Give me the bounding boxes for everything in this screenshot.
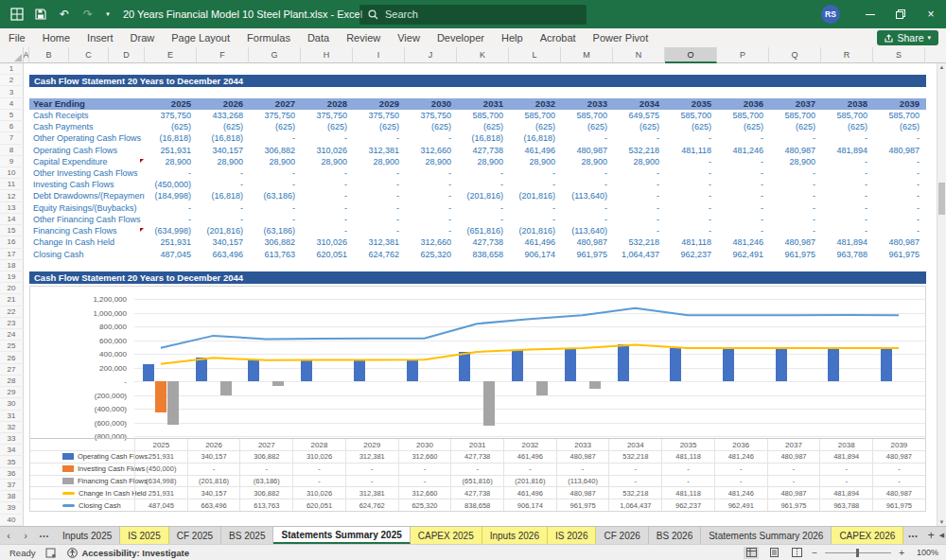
sheet-cell[interactable]: - — [769, 202, 821, 214]
row-header-40[interactable]: 40 — [0, 515, 24, 526]
sheet-cell[interactable]: 532,218 — [613, 236, 665, 248]
sheet-cell[interactable]: - — [405, 167, 457, 179]
sheet-cell[interactable]: (625) — [821, 121, 873, 132]
sheet-cell[interactable]: - — [665, 132, 717, 144]
column-header-M[interactable]: M — [561, 47, 613, 63]
sheet-cell[interactable]: (63,186) — [249, 225, 301, 236]
sheet-cell[interactable]: (625) — [665, 121, 717, 132]
sheet-cell[interactable]: - — [821, 190, 873, 201]
menu-item-data[interactable]: Data — [299, 28, 338, 47]
sheet-cell[interactable]: - — [301, 202, 353, 214]
sheet-cell[interactable]: (113,640) — [561, 190, 613, 201]
row-label[interactable]: Cash Payments — [29, 121, 145, 132]
sheet-cell[interactable]: 310,026 — [301, 145, 353, 156]
row-header-24[interactable]: 24 — [0, 329, 24, 341]
sheet-cell[interactable]: 663,496 — [197, 249, 249, 260]
sheet-cell[interactable]: - — [353, 202, 405, 214]
year-header-cell[interactable]: 2027 — [249, 98, 301, 111]
row-header-7[interactable]: 7 — [0, 132, 24, 144]
share-button[interactable]: Share ▾ — [877, 30, 938, 45]
sheet-cell[interactable]: 585,700 — [509, 110, 561, 121]
sheet-cell[interactable]: 375,750 — [145, 110, 197, 121]
sheet-cell[interactable]: - — [457, 167, 509, 179]
sheet-cell[interactable]: 28,900 — [457, 156, 509, 167]
row-label[interactable]: Other Investing Cash Flows — [29, 167, 145, 179]
sheet-cell[interactable]: - — [821, 214, 873, 225]
sheet-cell[interactable]: - — [665, 214, 717, 225]
sheet-cell[interactable]: - — [405, 214, 457, 225]
year-header-cell[interactable]: 2030 — [405, 98, 457, 111]
sheet-cell[interactable]: - — [821, 179, 873, 190]
sheet-cell[interactable]: - — [301, 167, 353, 179]
sheet-cell[interactable]: - — [873, 132, 925, 144]
sheet-cell[interactable]: 961,975 — [873, 249, 925, 260]
minimize-button[interactable] — [855, 0, 885, 28]
sheet-tab-cf-2026[interactable]: CF 2026 — [596, 527, 648, 544]
sheet-cell[interactable]: (625) — [353, 121, 405, 132]
sheet-cell[interactable]: 625,320 — [405, 249, 457, 260]
horizontal-scrollbar[interactable]: ◀ ▶ — [939, 527, 946, 544]
sheet-cell[interactable]: 906,174 — [509, 249, 561, 260]
sheet-canvas[interactable]: Cash Flow Statement 20 Years to December… — [24, 63, 937, 526]
sheet-cell[interactable]: 481,894 — [821, 145, 873, 156]
sheet-cell[interactable]: - — [301, 225, 353, 236]
column-header-S[interactable]: S — [873, 47, 925, 63]
row-header-34[interactable]: 34 — [0, 445, 24, 456]
column-header-B[interactable]: B — [29, 47, 69, 63]
hscroll-left-icon[interactable]: ◀ — [939, 532, 944, 539]
sheet-cell[interactable]: - — [561, 179, 613, 190]
sheet-cell[interactable]: - — [249, 132, 301, 144]
row-header-35[interactable]: 35 — [0, 456, 24, 467]
sheet-cell[interactable]: - — [717, 167, 769, 179]
row-label[interactable]: Other Operating Cash Flows — [29, 132, 145, 144]
add-sheet-button[interactable]: + — [923, 527, 939, 544]
row-header-38[interactable]: 38 — [0, 491, 24, 502]
sheet-cell[interactable]: - — [873, 167, 925, 179]
year-header-cell[interactable]: 2031 — [457, 98, 509, 111]
sheet-cell[interactable]: 480,987 — [769, 236, 821, 248]
sheet-cell[interactable]: 481,894 — [821, 236, 873, 248]
row-header-18[interactable]: 18 — [0, 260, 24, 271]
sheet-cell[interactable]: - — [353, 225, 405, 236]
sheet-nav-more-button[interactable]: ••• — [34, 527, 55, 544]
sheet-cell[interactable]: - — [197, 167, 249, 179]
year-header-cell[interactable]: 2032 — [509, 98, 561, 111]
column-header-D[interactable]: D — [109, 47, 145, 63]
menu-item-draw[interactable]: Draw — [122, 28, 164, 47]
sheet-cell[interactable]: 461,496 — [509, 236, 561, 248]
sheet-cell[interactable]: 28,900 — [769, 156, 821, 167]
sheet-cell[interactable]: 306,882 — [249, 236, 301, 248]
sheet-cell[interactable]: 585,700 — [457, 110, 509, 121]
sheet-cell[interactable]: (625) — [509, 121, 561, 132]
menu-item-page-layout[interactable]: Page Layout — [163, 28, 238, 47]
sheet-cell[interactable]: 28,900 — [405, 156, 457, 167]
row-label[interactable]: Debt Drawdowns/(Repayments) — [29, 190, 145, 201]
row-header-32[interactable]: 32 — [0, 422, 24, 433]
row-header-12[interactable]: 12 — [0, 190, 24, 201]
sheet-cell[interactable]: 961,975 — [561, 249, 613, 260]
redo-button[interactable]: ↷ — [80, 7, 96, 22]
page-layout-view-button[interactable] — [766, 547, 781, 559]
row-label[interactable]: Financing Cash Flows — [29, 225, 145, 236]
column-header-K[interactable]: K — [457, 47, 509, 63]
sheet-cell[interactable]: - — [301, 190, 353, 201]
column-header-G[interactable]: G — [249, 47, 301, 63]
menu-item-view[interactable]: View — [389, 28, 429, 47]
row-label[interactable]: Closing Cash — [29, 249, 145, 260]
sheet-tab-capex-2026[interactable]: CAPEX 2026 — [832, 527, 903, 544]
column-header-Q[interactable]: Q — [769, 47, 821, 63]
scroll-up-icon[interactable]: ▲ — [937, 64, 946, 70]
sheet-cell[interactable]: - — [717, 132, 769, 144]
sheet-cell[interactable]: (625) — [249, 121, 301, 132]
column-header-H[interactable]: H — [301, 47, 353, 63]
sheet-cell[interactable]: (201,816) — [509, 190, 561, 201]
sheet-cell[interactable]: - — [665, 190, 717, 201]
sheet-cell[interactable]: - — [145, 167, 197, 179]
sheet-cell[interactable]: (201,816) — [509, 225, 561, 236]
sheet-cell[interactable]: - — [665, 156, 717, 167]
sheet-cell[interactable]: - — [561, 167, 613, 179]
row-header-20[interactable]: 20 — [0, 283, 24, 294]
sheet-cell[interactable]: 28,900 — [613, 156, 665, 167]
row-header-8[interactable]: 8 — [0, 145, 24, 156]
zoom-out-button[interactable]: − — [812, 548, 817, 558]
